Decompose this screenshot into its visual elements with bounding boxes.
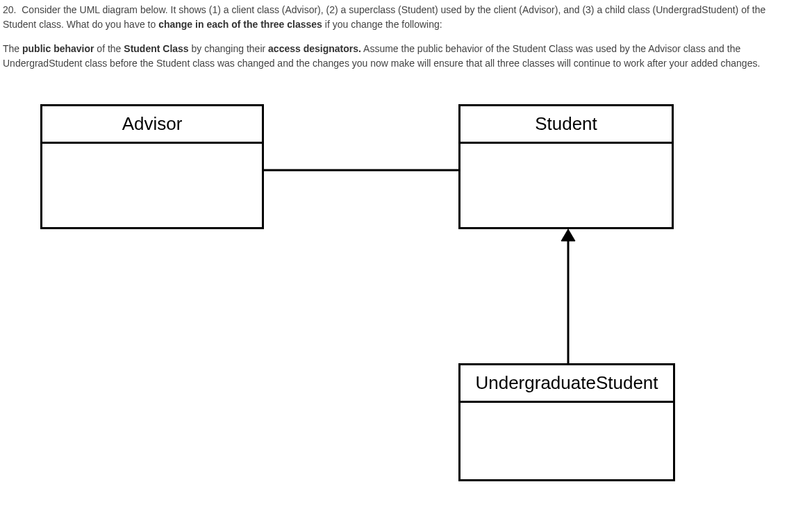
- uml-class-student-body: [460, 144, 672, 227]
- generalization-arrowhead: [561, 229, 575, 241]
- q2-b2: Student Class: [124, 43, 188, 54]
- q-intro-tail: if you change the following:: [322, 19, 442, 30]
- uml-diagram: Advisor Student UndergraduateStudent: [0, 80, 805, 510]
- q2-start: The: [3, 43, 22, 54]
- uml-class-advisor-body: [42, 144, 262, 227]
- q2-m1: of the: [94, 43, 124, 54]
- question-paragraph-1: 20. Consider the UML diagram below. It s…: [3, 3, 801, 32]
- question-number: 20.: [3, 4, 16, 15]
- q-intro-bold: change in each of the three classes: [158, 19, 322, 30]
- uml-class-advisor: Advisor: [40, 104, 264, 229]
- uml-class-student-title: Student: [460, 106, 672, 144]
- q2-b3: access designators.: [268, 43, 361, 54]
- uml-class-undergrad-body: [460, 403, 673, 479]
- uml-class-undergrad: UndergraduateStudent: [458, 363, 675, 481]
- q2-b1: public behavior: [22, 43, 94, 54]
- question-paragraph-2: The public behavior of the Student Class…: [3, 42, 801, 71]
- q2-m2: by changing their: [189, 43, 268, 54]
- uml-class-undergrad-title: UndergraduateStudent: [460, 365, 673, 403]
- question-text: 20. Consider the UML diagram below. It s…: [0, 0, 805, 71]
- uml-class-advisor-title: Advisor: [42, 106, 262, 144]
- uml-class-student: Student: [458, 104, 674, 229]
